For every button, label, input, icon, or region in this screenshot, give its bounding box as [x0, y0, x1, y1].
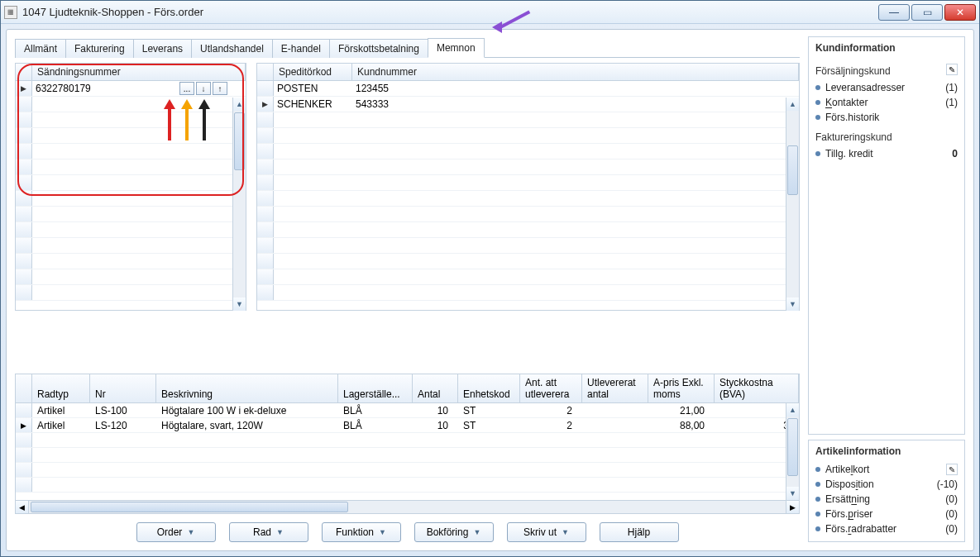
app-icon: ▦ — [4, 6, 17, 19]
move-down-button[interactable]: ↓ — [196, 82, 211, 95]
edit-icon[interactable]: ✎ — [946, 464, 958, 475]
close-button[interactable]: ✕ — [944, 4, 976, 21]
carrier-scrollbar[interactable]: ▲ ▼ — [786, 98, 799, 311]
scroll-down-icon[interactable]: ▼ — [233, 298, 246, 311]
sidebar-ersattning[interactable]: Ersättning (0) — [815, 492, 958, 507]
tab-forskott[interactable]: Förskottsbetalning — [329, 39, 428, 58]
client-area: Allmänt Fakturering Leverans Utlandshand… — [6, 29, 974, 551]
col-radtyp[interactable]: Radtyp — [32, 374, 90, 402]
rad-button[interactable]: Rad▼ — [229, 522, 308, 542]
dropdown-icon: ▼ — [379, 528, 386, 536]
tab-ehandel[interactable]: E-handel — [272, 39, 330, 58]
carrier-code-header[interactable]: Speditörkod — [274, 64, 352, 80]
sidebar-leveransadresser[interactable]: Leveransadresser (1) — [815, 80, 958, 95]
col-beskrivning[interactable]: Beskrivning — [156, 374, 338, 402]
right-sidebar: Kundinformation Försäljningskund ✎ Lever… — [808, 36, 965, 542]
kund-info-title: Kundinformation — [815, 42, 958, 54]
bottom-button-bar: Order▼ Rad▼ Funktion▼ Bokföring▼ Skriv u… — [15, 514, 800, 542]
bullet-icon — [815, 115, 820, 120]
shipment-scrollbar[interactable]: ▲ ▼ — [232, 98, 246, 311]
order-button[interactable]: Order▼ — [136, 522, 216, 542]
col-apris[interactable]: A-pris Exkl. moms — [648, 374, 715, 402]
tab-memnon[interactable]: Memnon — [428, 38, 485, 58]
row-marker-icon: ▶ — [16, 81, 32, 96]
shipment-grid: Sändningsnummer ▶ 6322780179 ... ↓ — [15, 63, 246, 311]
row-marker-icon: ▶ — [257, 97, 274, 112]
lookup-button[interactable]: ... — [179, 82, 194, 95]
carrier-grid: Speditörkod Kundnummer POSTEN 123455 ▶ — [256, 63, 800, 311]
window-buttons: ― ▭ ✕ — [878, 4, 976, 21]
sidebar-kontakter[interactable]: Kontakter (1) — [815, 95, 958, 110]
lines-h-scrollbar[interactable]: ◀ ▶ — [16, 500, 799, 513]
window-title: 1047 Ljudteknik-Shoppen - Förs.order — [22, 6, 878, 18]
dropdown-icon: ▼ — [473, 528, 480, 536]
bullet-icon — [815, 467, 820, 472]
col-antal[interactable]: Antal — [413, 374, 458, 402]
col-nr[interactable]: Nr — [90, 374, 156, 402]
artikel-info-title: Artikelinformation — [815, 445, 958, 457]
lines-v-scrollbar[interactable]: ▲ ▼ — [786, 403, 799, 500]
sidebar-disposition[interactable]: Disposition (-10) — [815, 477, 958, 492]
bullet-icon — [815, 482, 820, 487]
skriv-ut-button[interactable]: Skriv ut▼ — [507, 522, 586, 542]
carrier-code-cell[interactable]: SCHENKER — [274, 97, 352, 112]
col-utlev[interactable]: Utlevererat antal — [582, 374, 648, 402]
shipment-number-cell[interactable]: 6322780179 ... ↓ ↑ — [32, 81, 246, 96]
faktureringskund-label: Faktureringskund — [815, 131, 958, 143]
hjalp-button[interactable]: Hjälp — [600, 522, 679, 542]
kund-info-section: Kundinformation Försäljningskund ✎ Lever… — [808, 36, 965, 435]
bullet-icon — [815, 151, 820, 156]
scroll-left-icon[interactable]: ◀ — [16, 501, 29, 513]
carrier-cust-cell[interactable]: 543333 — [352, 97, 799, 112]
sidebar-tillg-kredit[interactable]: Tillg. kredit 0 — [815, 146, 958, 161]
app-window: ▦ 1047 Ljudteknik-Shoppen - Förs.order ―… — [0, 0, 980, 557]
tab-fakturering[interactable]: Fakturering — [65, 39, 134, 58]
col-enhet[interactable]: Enhetskod — [458, 374, 520, 402]
dropdown-icon: ▼ — [276, 528, 284, 536]
maximize-button[interactable]: ▭ — [911, 4, 943, 21]
tab-leverans[interactable]: Leverans — [133, 39, 192, 58]
bullet-icon — [815, 512, 820, 517]
title-bar: ▦ 1047 Ljudteknik-Shoppen - Förs.order ―… — [1, 1, 979, 24]
tab-utlandshandel[interactable]: Utlandshandel — [191, 39, 273, 58]
bullet-icon — [815, 497, 820, 502]
artikel-info-section: Artikelinformation Artikelkort ✎ Disposi… — [808, 440, 965, 542]
shipment-row[interactable]: ▶ 6322780179 ... ↓ ↑ — [16, 81, 246, 97]
bokforing-button[interactable]: Bokföring▼ — [414, 522, 494, 542]
minimize-button[interactable]: ― — [878, 4, 910, 21]
move-up-button[interactable]: ↑ — [213, 82, 227, 95]
tab-allmant[interactable]: Allmänt — [15, 39, 66, 58]
dropdown-icon: ▼ — [562, 528, 569, 536]
sidebar-fors-historik[interactable]: Förs.historik — [815, 110, 958, 125]
tab-bar: Allmänt Fakturering Leverans Utlandshand… — [15, 36, 800, 58]
row-marker-icon: ▶ — [16, 418, 32, 432]
carrier-row[interactable]: ▶ SCHENKER 543333 — [257, 97, 799, 112]
funktion-button[interactable]: Funktion▼ — [322, 522, 401, 542]
bullet-icon — [815, 526, 820, 531]
shipment-header[interactable]: Sändningsnummer — [32, 64, 246, 80]
carrier-cust-cell[interactable]: 123455 — [352, 81, 799, 96]
scroll-up-icon[interactable]: ▲ — [233, 98, 246, 111]
carrier-code-cell[interactable]: POSTEN — [274, 81, 352, 96]
col-styck[interactable]: Styckkostna (BVA) — [715, 374, 799, 402]
scroll-down-icon[interactable]: ▼ — [786, 487, 799, 500]
scroll-right-icon[interactable]: ▶ — [786, 501, 799, 513]
col-att[interactable]: Ant. att utleverera — [520, 374, 582, 402]
scroll-up-icon[interactable]: ▲ — [786, 403, 799, 417]
col-lager[interactable]: Lagerställe... — [338, 374, 413, 402]
bullet-icon — [815, 85, 820, 90]
sidebar-fors-radrabatter[interactable]: Förs.radrabatter (0) — [815, 521, 958, 536]
bullet-icon — [815, 100, 820, 105]
edit-icon[interactable]: ✎ — [946, 64, 958, 75]
sidebar-fors-priser[interactable]: Förs.priser (0) — [815, 507, 958, 521]
scroll-up-icon[interactable]: ▲ — [786, 98, 799, 111]
forsaljningskund-label: Försäljningskund — [815, 65, 943, 77]
line-row[interactable]: Artikel LS-100 Högtalare 100 W i ek-delu… — [16, 403, 799, 418]
line-row[interactable]: ▶ Artikel LS-120 Högtalare, svart, 120W … — [16, 418, 799, 433]
lines-grid: Radtyp Nr Beskrivning Lagerställe... Ant… — [15, 374, 800, 514]
carrier-row[interactable]: POSTEN 123455 — [257, 81, 799, 97]
sidebar-artikelkort[interactable]: Artikelkort ✎ — [815, 462, 958, 477]
shipment-number-value: 6322780179 — [36, 83, 91, 94]
carrier-cust-header[interactable]: Kundnummer — [352, 64, 799, 80]
scroll-down-icon[interactable]: ▼ — [786, 298, 799, 311]
